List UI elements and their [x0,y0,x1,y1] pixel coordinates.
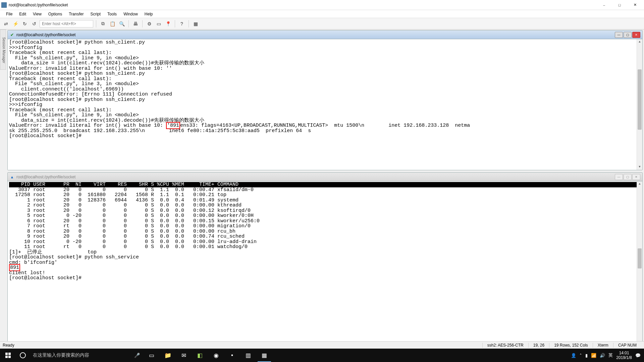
help-icon[interactable]: ? [178,20,186,28]
terminal-output: ValueError: invalid literal for int() wi… [9,123,166,128]
search-placeholder: 在这里输入你要搜索的内容 [33,352,89,358]
chrome-icon[interactable]: ◉ [208,349,224,362]
terminal-icon[interactable]: ▪ [224,349,240,362]
pane-maximize-button[interactable]: ▢ [624,32,632,38]
menu-transfer[interactable]: Transfer [65,11,87,17]
task-view-icon[interactable]: ▭ [144,349,160,362]
reconnect-icon[interactable]: ↻ [21,20,29,28]
menu-bar: File Edit View Options Transfer Script T… [0,10,644,18]
wifi-icon[interactable]: 📶 [591,353,596,358]
scrollbar-vertical[interactable]: ▲▼ [637,39,642,170]
window-titlebar: root@localhost:/pythonfile/socket – □ ✕ [0,0,644,10]
top-header-row: PID USER PR NI VIRT RES SHR S %CPU %MEM … [9,182,641,187]
status-caps-num: CAP NUM [613,343,641,348]
status-cursor-pos: 19, 26 [528,343,549,348]
terminal-output: [1]+ 已停止 top [root@localhost socket]# py… [9,249,139,265]
quick-connect-icon[interactable]: ⚡ [11,20,19,28]
copy-icon[interactable]: ⧉ [99,20,107,28]
terminal-output: sk 255.255.255.0 broadcast 192.168.233.2… [9,128,311,139]
session-manager-tab[interactable]: Session Manager [0,29,6,70]
find-icon[interactable]: 🔍 [118,20,126,28]
menu-view[interactable]: View [30,11,45,17]
svg-rect-3 [8,356,11,358]
extra-icon[interactable]: ▦ [192,20,200,28]
terminal-pane-2: root@localhost:/pythonfile/socket — ▢ ✕ … [7,172,643,349]
clock-date: 2019/1/8 [616,355,632,360]
terminal-output: ens33: flags=4163<UP,BROADCAST,RUNNING,M… [180,123,470,128]
app-icon [1,2,7,8]
status-bar: Ready ssh2: AES-256-CTR 19, 26 19 Rows, … [0,341,644,349]
terminal-titlebar-2[interactable]: root@localhost:/pythonfile/socket — ▢ ✕ [8,173,642,181]
clock[interactable]: 14:01 2019/1/8 [616,351,632,360]
terminal-output: client lost! [root@localhost socket]# [9,270,85,281]
maximize-button[interactable]: □ [612,0,627,10]
securecrt-icon[interactable]: ▦ [256,349,272,362]
svg-rect-0 [5,353,8,355]
terminal-title-2: root@localhost:/pythonfile/socket [16,175,615,179]
windows-taskbar: 在这里输入你要搜索的内容 🎤 ▭ 📁 ✉ ◧ ◉ ▪ ▥ ▦ 👤 ˄ ▮ 📶 🔊… [0,349,644,362]
notifications-icon[interactable]: 💬 [635,353,641,358]
status-term-size: 19 Rows, 152 Cols [549,343,593,348]
svg-rect-2 [5,356,8,358]
menu-options[interactable]: Options [45,11,65,17]
terminal-body-2[interactable]: PID USER PR NI VIRT RES SHR S %CPU %MEM … [8,181,642,348]
host-input[interactable] [40,20,93,27]
toolbar: ⇄ ⚡ ↻ ↺ ⧉ 📋 🔍 🖶 ⚙ ▭ 📍 ? ▦ [0,18,644,29]
menu-tools[interactable]: Tools [104,11,120,17]
menu-help[interactable]: Help [141,11,156,17]
menu-edit[interactable]: Edit [16,11,30,17]
terminal-titlebar-1[interactable]: root@localhost:/pythonfile/socket — ▢ ✕ [8,31,642,39]
paste-icon[interactable]: 📋 [108,20,116,28]
status-ssh: ssh2: AES-256-CTR [482,343,528,348]
terminal-title-1: root@localhost:/pythonfile/socket [16,33,615,37]
menu-window[interactable]: Window [120,11,141,17]
menu-file[interactable]: File [3,11,16,17]
battery-icon[interactable]: ▮ [585,353,588,358]
ime-indicator[interactable]: 英 [608,352,613,358]
pane-minimize-button[interactable]: — [615,174,623,180]
mail-icon[interactable]: ✉ [176,349,192,362]
status-warn-icon [10,175,14,179]
file-explorer-icon[interactable]: 📁 [160,349,176,362]
settings-icon[interactable]: ⚙ [145,20,153,28]
close-button[interactable]: ✕ [627,0,643,10]
top-process-rows: 3037 root 20 0 0 0 0 S 1.1 0.0 0:00.47 x… [9,187,260,250]
terminal-output: [root@localhost socket]# python ssh_clie… [9,40,204,123]
window-title: root@localhost:/pythonfile/socket [9,3,596,7]
search-input[interactable]: 在这里输入你要搜索的内容 [30,349,130,362]
properties-icon[interactable]: 📍 [164,20,172,28]
session-options-icon[interactable]: ▭ [155,20,163,28]
minimize-button[interactable]: – [596,0,612,10]
start-button[interactable] [0,349,16,362]
terminal-body-1[interactable]: [root@localhost socket]# python ssh_clie… [8,39,642,170]
status-ready: Ready [3,343,482,348]
pycharm-icon[interactable]: ◧ [192,349,208,362]
pane-minimize-button[interactable]: — [615,32,623,38]
status-ok-icon [10,33,14,37]
status-term-type: Xterm [593,343,613,348]
people-icon[interactable]: 👤 [571,353,576,358]
microphone-icon[interactable]: 🎤 [130,349,144,362]
vmware-icon[interactable]: ▥ [240,349,256,362]
clock-time: 14:01 [616,351,632,355]
disconnect-icon[interactable]: ↺ [30,20,38,28]
volume-icon[interactable]: 🔊 [600,353,605,358]
print-icon[interactable]: 🖶 [131,20,140,28]
tray-chevron-icon[interactable]: ˄ [580,353,582,358]
cortana-icon[interactable] [16,349,30,362]
pane-maximize-button[interactable]: ▢ [624,174,632,180]
svg-rect-1 [8,353,11,355]
connect-icon[interactable]: ⇄ [2,20,10,28]
pane-close-button[interactable]: ✕ [632,32,640,38]
menu-script[interactable]: Script [87,11,104,17]
pane-close-button[interactable]: ✕ [632,174,640,180]
scrollbar-vertical[interactable]: ▲▼ [637,181,642,348]
terminal-pane-1: root@localhost:/pythonfile/socket — ▢ ✕ … [7,30,643,170]
